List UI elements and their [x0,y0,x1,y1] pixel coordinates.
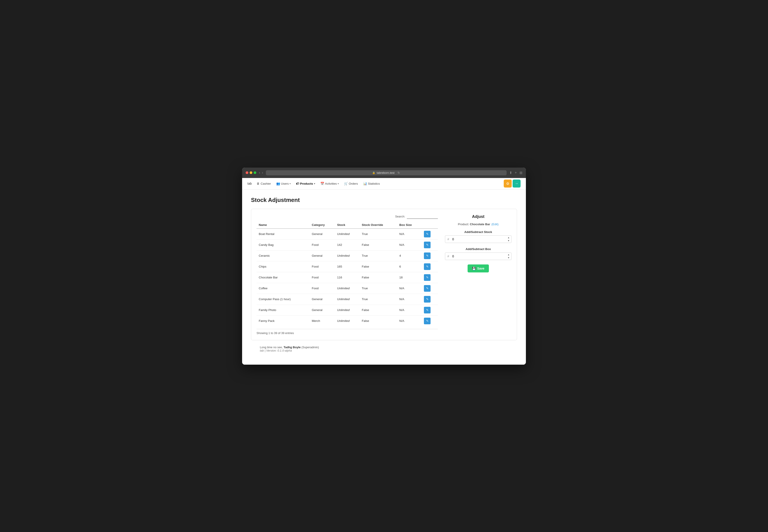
cell-category: General [310,250,335,261]
exit-icon: → [515,182,518,186]
cell-category: Food [310,239,335,250]
minimize-button[interactable] [250,171,252,174]
add-stock-label: Add/Subtract Stock [445,230,511,234]
gear-icon: ⚙ [506,182,509,186]
data-table: Name Category Stock Stock Override Box S… [257,221,438,326]
close-button[interactable] [246,171,248,174]
nav-item-activities[interactable]: 📅 Activities ▾ [318,180,341,187]
cell-action: ✎ [422,272,438,283]
cell-category: General [310,229,335,240]
grid-icon[interactable]: ⊞ [519,171,522,175]
nav-item-orders[interactable]: 🛒 Orders [342,180,360,187]
cell-category: Food [310,272,335,283]
main-content: Stock Adjustment Search: Name Category S [242,190,526,365]
nav-label-cashier: Cashier [261,182,271,185]
nav-label-activities: Activities [325,182,337,185]
cell-box-size: N/A [397,305,422,315]
row-edit-button[interactable]: ✎ [424,242,431,248]
nav-item-statistics[interactable]: 📊 Statistics [361,180,382,187]
cell-name: Candy Bag [257,239,310,250]
cell-stock-override: True [360,229,397,240]
add-box-input[interactable] [451,253,506,260]
cell-category: General [310,294,335,305]
row-edit-button[interactable]: ✎ [424,231,431,237]
url-text: tabreborn.test [377,171,394,174]
share-icon[interactable]: ⬆ [509,171,512,175]
cell-stock: 165 [335,261,360,272]
cell-stock-override: False [360,272,397,283]
cell-box-size: N/A [397,283,422,294]
box-up-arrow[interactable]: ▲ [507,253,510,256]
table-row: Chocolate Bar Food 116 False 18 ✎ [257,272,438,283]
search-input[interactable] [407,214,438,219]
cell-category: Food [310,283,335,294]
table-row: Computer Pass (1 hour) General Unlimited… [257,294,438,305]
nav-item-cashier[interactable]: 🖥 Cashier [254,180,273,187]
products-icon: 🏷 [296,182,299,185]
row-edit-button[interactable]: ✎ [424,263,431,270]
chevron-down-icon-products: ▾ [314,182,315,185]
nav-item-products[interactable]: 🏷 Products ▾ [294,180,317,187]
adjust-product: Product: Chocolate Bar (Edit) [445,223,511,226]
version-line: tab | Version: 0.1.0-alpha [260,349,508,352]
row-edit-button[interactable]: ✎ [424,296,431,303]
username: Tadhg Boyle [284,346,301,349]
cell-action: ✎ [422,250,438,261]
cell-stock-override: True [360,294,397,305]
cell-box-size: 6 [397,261,422,272]
adjust-title: Adjust [445,214,511,219]
role-text: (Superadmin) [302,346,319,349]
row-edit-button[interactable]: ✎ [424,285,431,292]
cell-stock: Unlimited [335,283,360,294]
stock-up-arrow[interactable]: ▲ [507,236,510,239]
stock-arrows: ▲ ▼ [506,236,511,242]
hash-icon-box: # [445,253,451,260]
box-down-arrow[interactable]: ▼ [507,256,510,259]
address-bar[interactable]: 🔒 tabreborn.test ↻ [266,170,507,175]
settings-button[interactable]: ⚙ [504,180,512,188]
back-button[interactable]: ‹ [259,171,260,175]
new-tab-icon[interactable]: + [515,171,517,175]
search-bar: Search: [257,214,438,219]
maximize-button[interactable] [254,171,256,174]
row-edit-button[interactable]: ✎ [424,307,431,313]
col-name: Name [257,221,310,229]
nav-item-users[interactable]: 👥 Users ▾ [274,180,293,187]
col-category: Category [310,221,335,229]
nav-label-products: Products [300,182,313,185]
cell-stock-override: True [360,250,397,261]
cell-stock-override: False [360,261,397,272]
cell-stock-override: False [360,239,397,250]
cell-name: Coffee [257,283,310,294]
activities-icon: 📅 [320,182,324,185]
cell-action: ✎ [422,315,438,326]
cashier-icon: 🖥 [257,182,260,185]
cell-stock: Unlimited [335,229,360,240]
save-button[interactable]: 💾 Save [468,264,489,272]
table-row: Candy Bag Food 142 False N/A ✎ [257,239,438,250]
chevron-down-icon-activities: ▾ [338,182,339,185]
reload-icon[interactable]: ↻ [398,171,400,174]
cell-box-size: N/A [397,294,422,305]
cell-box-size: N/A [397,229,422,240]
greeting-text: Long time no see, [260,346,284,349]
cell-category: General [310,305,335,315]
exit-button[interactable]: → [513,180,521,188]
forward-button[interactable]: › [262,171,263,175]
cell-stock-override: False [360,305,397,315]
cell-action: ✎ [422,261,438,272]
add-stock-input[interactable] [451,236,506,243]
cell-box-size: N/A [397,315,422,326]
stock-down-arrow[interactable]: ▼ [507,239,510,242]
cell-action: ✎ [422,305,438,315]
table-row: Boat Rental General Unlimited True N/A ✎ [257,229,438,240]
cell-name: Ceramic [257,250,310,261]
page-footer: Long time no see, Tadhg Boyle (Superadmi… [251,340,517,358]
edit-link[interactable]: (Edit) [492,223,499,226]
product-name: Chocolate Bar [470,223,491,226]
cell-name: Family Photo [257,305,310,315]
row-edit-button[interactable]: ✎ [424,318,431,324]
table-row: Ceramic General Unlimited True 4 ✎ [257,250,438,261]
row-edit-button[interactable]: ✎ [424,274,431,281]
row-edit-button[interactable]: ✎ [424,252,431,259]
